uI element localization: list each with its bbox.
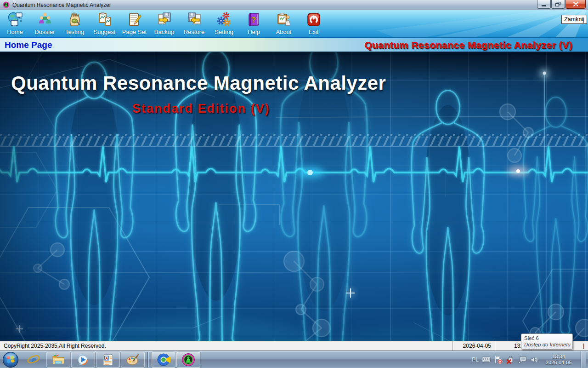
application-window: Quantum Resonance Magnetic Analyzer: [0, 0, 588, 368]
toolbar-label: Page Set: [122, 29, 147, 35]
taskbar-button-file-explorer[interactable]: [46, 352, 70, 368]
backup-disk-icon: [156, 12, 173, 28]
zamknij-button[interactable]: Zamknij: [561, 15, 587, 24]
toolbar-button-restore[interactable]: Restore: [179, 10, 209, 37]
page-title: Home Page: [5, 40, 52, 50]
qrma-app-icon: [181, 353, 195, 367]
taskbar-button-qrma[interactable]: [176, 352, 200, 368]
start-orb-icon: [2, 351, 19, 368]
exit-power-icon: [305, 12, 322, 28]
toolbar-button-home[interactable]: Home: [0, 10, 30, 37]
toolbar-button-backup[interactable]: Backup: [149, 10, 179, 37]
setting-gears-icon: [216, 12, 232, 28]
start-button[interactable]: [0, 351, 21, 368]
page-right-title: Quantum Resonance Magnetic Analyzer (V): [364, 40, 572, 51]
toolbar-button-exit[interactable]: Exit: [299, 10, 328, 37]
medical-body-scene: [0, 52, 588, 341]
taskbar-button-wordpad[interactable]: A: [96, 352, 120, 368]
toolbar: Home Dossier Testing: [0, 10, 588, 38]
taskbar-clock[interactable]: 13:34 2026-04-05: [542, 354, 576, 366]
toolbar-label: Backup: [154, 29, 174, 35]
close-button[interactable]: [565, 0, 586, 9]
internet-explorer-icon: e: [27, 353, 40, 367]
home-icon: [7, 12, 23, 28]
tooltip-network-status: Dostęp do Internetu: [524, 341, 570, 348]
toolbar-label: Help: [248, 29, 260, 35]
restore-disk-icon: [186, 12, 203, 28]
show-desktop-button[interactable]: [581, 351, 586, 368]
toolbar-button-about[interactable]: About: [269, 10, 299, 37]
statusbar: CopyRight 2025-2035,All Right Reserved. …: [0, 341, 588, 351]
media-player-icon: [76, 353, 90, 367]
home-background: Quantum Resonance Magnetic Analyzer Stan…: [0, 52, 588, 341]
taskbar-button-media-player[interactable]: [71, 352, 95, 368]
device-error-icon[interactable]: [506, 355, 514, 364]
svg-text:?: ?: [251, 16, 256, 24]
minimize-button[interactable]: [537, 0, 551, 9]
suggest-clipboard-icon: [96, 12, 113, 28]
toolbar-label: Suggest: [94, 29, 116, 35]
action-center-flag-icon[interactable]: [494, 355, 503, 364]
system-tray: PL: [472, 351, 588, 368]
language-indicator[interactable]: PL: [472, 356, 479, 363]
taskbar-button-browser-app[interactable]: [152, 352, 175, 368]
copyright-text: CopyRight 2025-2035,All Right Reserved.: [0, 341, 452, 351]
tooltip-network-name: Sieć 6: [524, 335, 570, 341]
clock-time: 13:34: [542, 354, 576, 360]
app-logo-icon: [3, 1, 10, 8]
about-clipboard-icon: [276, 12, 292, 28]
hero-subtitle: Standard Edition (V): [132, 102, 270, 116]
toolbar-label: Dossier: [34, 29, 55, 35]
svg-text:e: e: [31, 353, 36, 365]
clock-date: 2026-04-05: [542, 360, 576, 366]
toolbar-label: About: [276, 29, 292, 35]
window-title: Quantum Resonance Magnetic Analyzer: [12, 2, 111, 8]
sunray-decoration: [368, 10, 588, 38]
toolbar-button-suggest[interactable]: Suggest: [90, 10, 119, 37]
file-explorer-icon: [51, 353, 65, 367]
titlebar: Quantum Resonance Magnetic Analyzer: [0, 0, 588, 10]
toolbar-button-setting[interactable]: Setting: [209, 10, 239, 37]
speaker-icon[interactable]: [530, 355, 538, 364]
help-book-icon: ?: [246, 12, 262, 28]
toolbar-label: Restore: [184, 29, 205, 35]
blue-app-icon: [157, 353, 170, 367]
page-header-bar: Home Page Quantum Resonance Magnetic Ana…: [0, 38, 588, 52]
toolbar-button-testing[interactable]: Testing: [60, 10, 90, 37]
taskbar-separator: [147, 352, 149, 368]
hero-title: Quantum Resonance Magnetic Analyzer: [11, 72, 386, 94]
toolbar-label: Setting: [215, 29, 233, 35]
status-date: 2026-04-05: [452, 341, 495, 351]
pageset-notepad-icon: [126, 12, 143, 28]
taskbar-button-internet-explorer[interactable]: e: [22, 352, 45, 368]
dossier-people-icon: [37, 12, 53, 28]
svg-text:A: A: [105, 356, 108, 360]
paint-icon: [126, 353, 140, 367]
toolbar-label: Home: [7, 29, 23, 35]
wordpad-icon: A: [101, 353, 115, 367]
toolbar-label: Testing: [65, 29, 84, 35]
toolbar-button-dossier[interactable]: Dossier: [30, 10, 60, 37]
network-tooltip: Sieć 6 Dostęp do Internetu: [521, 334, 573, 350]
restore-button[interactable]: [551, 0, 565, 9]
taskbar-button-paint[interactable]: [121, 352, 145, 368]
taskbar: e: [0, 351, 588, 368]
network-icon[interactable]: [518, 355, 526, 364]
testing-hand-icon: [67, 12, 83, 28]
toolbar-label: Exit: [309, 29, 319, 35]
toolbar-button-pageset[interactable]: Page Set: [119, 10, 149, 37]
keyboard-icon[interactable]: [482, 355, 491, 364]
toolbar-button-help[interactable]: ? Help: [239, 10, 269, 37]
